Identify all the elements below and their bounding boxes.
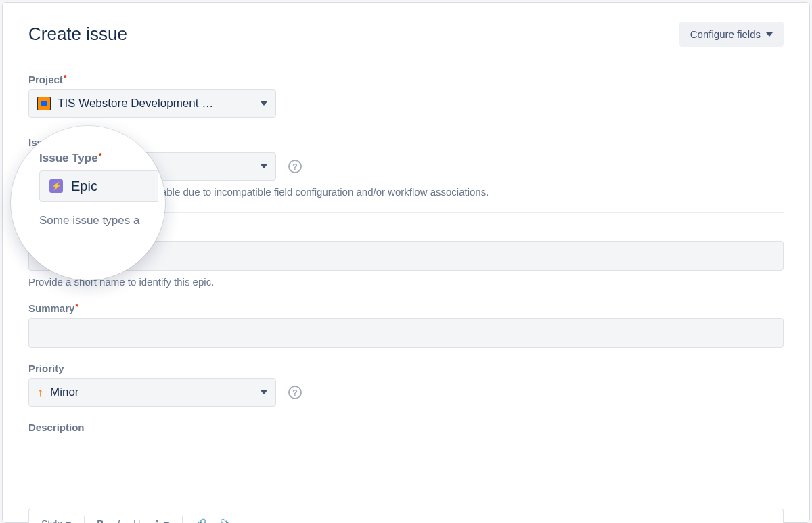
bold-button[interactable]: B: [91, 516, 109, 524]
chevron-down-icon: [766, 32, 773, 37]
project-select[interactable]: TIS Webstore Development …: [28, 89, 276, 118]
summary-label: Summary*: [28, 302, 784, 314]
project-avatar-icon: [37, 97, 51, 110]
issuetype-select[interactable]: ⚡ Epic: [39, 170, 158, 202]
required-asterisk: *: [81, 137, 84, 146]
epicname-field: Epic Name Provide a short name to identi…: [28, 225, 784, 288]
chevron-down-icon: [261, 164, 267, 168]
priority-arrow-icon: ↑: [37, 386, 43, 399]
chevron-down-icon: [261, 390, 267, 394]
required-asterisk: *: [99, 152, 102, 161]
issuetype-label: Issue Type*: [39, 152, 158, 165]
epicname-help: Provide a short name to identify this ep…: [28, 276, 784, 288]
description-field: Description: [28, 422, 784, 433]
summary-input[interactable]: [28, 318, 784, 348]
required-asterisk: *: [64, 74, 67, 83]
priority-select[interactable]: ↑ Minor: [28, 378, 276, 407]
toolbar-separator: [182, 516, 183, 524]
toolbar-separator: [84, 516, 85, 524]
issuetype-note: Some issue types a: [39, 214, 158, 227]
italic-button[interactable]: I: [112, 516, 125, 524]
configure-fields-button[interactable]: Configure fields: [679, 22, 784, 47]
dialog-frame: Create issue Configure fields Project* T…: [2, 2, 810, 523]
issuetype-label: Issue Type*: [28, 137, 784, 148]
chevron-down-icon: [261, 101, 267, 106]
epic-icon: ⚡: [49, 179, 63, 193]
page-title: Create issue: [28, 24, 127, 45]
project-value: TIS Webstore Development …: [58, 97, 213, 110]
style-dropdown[interactable]: Style: [36, 516, 77, 524]
header-row: Create issue Configure fields: [28, 22, 784, 47]
underline-button[interactable]: U: [128, 516, 145, 524]
summary-field: Summary*: [28, 302, 784, 348]
link-button[interactable]: 🔗: [189, 516, 212, 524]
required-asterisk: *: [75, 302, 78, 312]
priority-label: Priority: [28, 363, 784, 374]
epicname-input[interactable]: [28, 241, 784, 271]
attachment-button[interactable]: 📎: [215, 516, 237, 524]
configure-fields-label: Configure fields: [690, 28, 761, 40]
issuetype-value: Epic: [71, 179, 97, 194]
project-field: Project* TIS Webstore Development …: [28, 74, 784, 118]
help-icon[interactable]: ?: [288, 160, 302, 173]
project-label: Project*: [28, 74, 784, 85]
text-color-button[interactable]: A: [148, 516, 175, 524]
priority-field: Priority ↑ Minor ?: [28, 363, 784, 407]
description-label: Description: [28, 422, 784, 433]
priority-value: Minor: [50, 386, 79, 399]
help-icon[interactable]: ?: [288, 386, 302, 399]
description-toolbar[interactable]: Style B I U A 🔗 📎: [28, 509, 784, 523]
